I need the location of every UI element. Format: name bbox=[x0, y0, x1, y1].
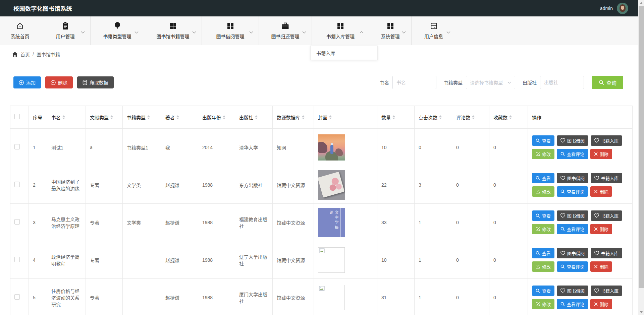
row-checkbox[interactable] bbox=[14, 257, 20, 262]
nav-item-library-books[interactable]: 图书馆书籍管理 bbox=[144, 16, 202, 45]
sort-carets-icon[interactable] bbox=[255, 115, 258, 119]
breadcrumb-home[interactable]: 首页 bbox=[20, 51, 30, 58]
edit-button[interactable]: 修改 bbox=[532, 261, 554, 272]
delete-row-button[interactable]: 删除 bbox=[590, 261, 612, 272]
table-body: 1测试1a书籍类型1我2014清华大学知网10000 查看 图书借阅 书籍入库 … bbox=[10, 129, 633, 315]
dropdown-item-stock-in[interactable]: 书籍入库 bbox=[311, 46, 377, 60]
cell-qty: 10 bbox=[377, 129, 415, 166]
delete-button[interactable]: 删除 bbox=[45, 76, 73, 88]
select-all-checkbox[interactable] bbox=[14, 114, 20, 119]
nav-item-book-types[interactable]: 书籍类型管理 bbox=[91, 16, 144, 45]
nav-item-home[interactable]: 系统首页 bbox=[0, 16, 40, 45]
delete-row-button[interactable]: 删除 bbox=[590, 186, 612, 197]
stock-in-button[interactable]: 书籍入库 bbox=[591, 135, 622, 146]
column-header[interactable]: 文献类型 bbox=[86, 106, 123, 129]
vertical-scrollbar[interactable] bbox=[638, 0, 644, 315]
row-checkbox[interactable] bbox=[14, 219, 20, 225]
sort-carets-icon[interactable] bbox=[472, 115, 475, 119]
view-button[interactable]: 查看 bbox=[532, 248, 554, 258]
stock-in-button[interactable]: 书籍入库 bbox=[591, 173, 622, 183]
user-box[interactable]: admin bbox=[600, 3, 628, 14]
row-select-cell bbox=[10, 166, 29, 204]
view-button[interactable]: 查看 bbox=[532, 173, 554, 183]
edit-button[interactable]: 修改 bbox=[532, 224, 554, 234]
view-comments-button[interactable]: 查看评论 bbox=[557, 186, 588, 197]
column-header[interactable]: 数量 bbox=[377, 106, 415, 129]
scroll-down-arrow[interactable] bbox=[638, 309, 644, 315]
sort-carets-icon[interactable] bbox=[62, 115, 65, 119]
sort-carets-icon[interactable] bbox=[176, 115, 179, 119]
nav-item-system[interactable]: 系统管理 bbox=[369, 16, 412, 45]
view-comments-button[interactable]: 查看评论 bbox=[557, 299, 588, 309]
sort-carets-icon[interactable] bbox=[223, 115, 225, 119]
stock-in-button[interactable]: 书籍入库 bbox=[591, 248, 622, 258]
column-header[interactable]: 封面 bbox=[314, 106, 377, 129]
column-header[interactable]: 出版社 bbox=[235, 106, 273, 129]
book-type-label: 书籍类型 bbox=[444, 79, 463, 86]
book-type-select[interactable]: 请选择书籍类型 bbox=[466, 76, 515, 89]
sort-carets-icon[interactable] bbox=[329, 115, 332, 119]
view-button[interactable]: 查看 bbox=[532, 210, 554, 221]
column-header[interactable]: 著者 bbox=[161, 106, 198, 129]
borrow-button[interactable]: 图书借阅 bbox=[557, 210, 588, 221]
sort-carets-icon[interactable] bbox=[439, 115, 442, 119]
minus-circle-icon bbox=[51, 80, 56, 85]
column-header[interactable]: 书籍类型 bbox=[123, 106, 161, 129]
view-comments-button[interactable]: 查看评论 bbox=[557, 224, 588, 234]
edit-button[interactable]: 修改 bbox=[532, 299, 554, 309]
cell-cover bbox=[314, 279, 377, 315]
avatar[interactable] bbox=[617, 3, 628, 14]
nav-item-borrowing[interactable]: 图书借阅管理 bbox=[202, 16, 259, 45]
nav-item-returns[interactable]: 图书归还管理 bbox=[259, 16, 312, 45]
search-button[interactable]: 查询 bbox=[592, 76, 623, 89]
column-header[interactable]: 书名 bbox=[47, 106, 86, 129]
borrow-button[interactable]: 图书借阅 bbox=[557, 135, 588, 146]
column-header[interactable]: 点击次数 bbox=[415, 106, 452, 129]
sort-carets-icon[interactable] bbox=[509, 115, 512, 119]
row-checkbox[interactable] bbox=[14, 294, 20, 300]
sort-carets-icon[interactable] bbox=[392, 115, 395, 119]
delete-row-button[interactable]: 删除 bbox=[590, 224, 612, 234]
nav-item-stock-in[interactable]: 书籍入库管理 bbox=[312, 16, 369, 45]
scrollbar-thumb[interactable] bbox=[639, 6, 644, 288]
sort-carets-icon[interactable] bbox=[147, 115, 150, 119]
scroll-up-arrow[interactable] bbox=[638, 0, 644, 6]
sort-carets-icon[interactable] bbox=[110, 115, 113, 119]
delete-row-button[interactable]: 删除 bbox=[590, 299, 612, 309]
edit-button[interactable]: 修改 bbox=[532, 186, 554, 197]
borrow-button[interactable]: 图书借阅 bbox=[557, 286, 588, 296]
column-header[interactable]: 数源数据库 bbox=[273, 106, 314, 129]
book-cover-image bbox=[318, 170, 345, 200]
view-button[interactable]: 查看 bbox=[532, 286, 554, 296]
edit-icon bbox=[536, 302, 540, 306]
delete-row-button[interactable]: 删除 bbox=[590, 149, 612, 159]
stock-in-button[interactable]: 书籍入库 bbox=[591, 286, 622, 296]
column-header[interactable]: 出版年份 bbox=[198, 106, 235, 129]
chevron-down-icon bbox=[81, 31, 85, 34]
view-comments-button[interactable]: 查看评论 bbox=[557, 149, 588, 159]
nav-label: 系统首页 bbox=[11, 33, 30, 40]
row-checkbox[interactable] bbox=[14, 182, 20, 187]
home-solid-icon bbox=[12, 52, 18, 57]
column-header[interactable]: 评论数 bbox=[452, 106, 489, 129]
crawl-data-button[interactable]: 爬取数据 bbox=[77, 76, 114, 88]
publisher-input[interactable] bbox=[540, 76, 584, 89]
grid-icon bbox=[337, 22, 344, 30]
view-button[interactable]: 查看 bbox=[532, 135, 554, 146]
column-header[interactable]: 收藏数 bbox=[489, 106, 528, 129]
edit-button[interactable]: 修改 bbox=[532, 149, 554, 159]
nav-item-users[interactable]: 用户管理 bbox=[40, 16, 91, 45]
view-comments-button[interactable]: 查看评论 bbox=[557, 261, 588, 272]
search-icon bbox=[560, 152, 565, 156]
sort-carets-icon[interactable] bbox=[302, 115, 305, 119]
cell-publisher: 东方出版社 bbox=[235, 166, 273, 204]
nav-item-user-info[interactable]: 用户信息 bbox=[412, 16, 456, 45]
book-name-input[interactable] bbox=[392, 76, 436, 89]
borrow-button[interactable]: 图书借阅 bbox=[557, 248, 588, 258]
row-checkbox[interactable] bbox=[14, 144, 20, 149]
table-row: 2中国经济到了最危险的边缘专著文学类赵捷谦1988东方出版社馆藏中文资源2230… bbox=[10, 166, 633, 204]
cell-year: 1988 bbox=[198, 166, 235, 204]
add-button[interactable]: 添加 bbox=[13, 76, 41, 88]
borrow-button[interactable]: 图书借阅 bbox=[557, 173, 588, 183]
stock-in-button[interactable]: 书籍入库 bbox=[591, 210, 622, 221]
